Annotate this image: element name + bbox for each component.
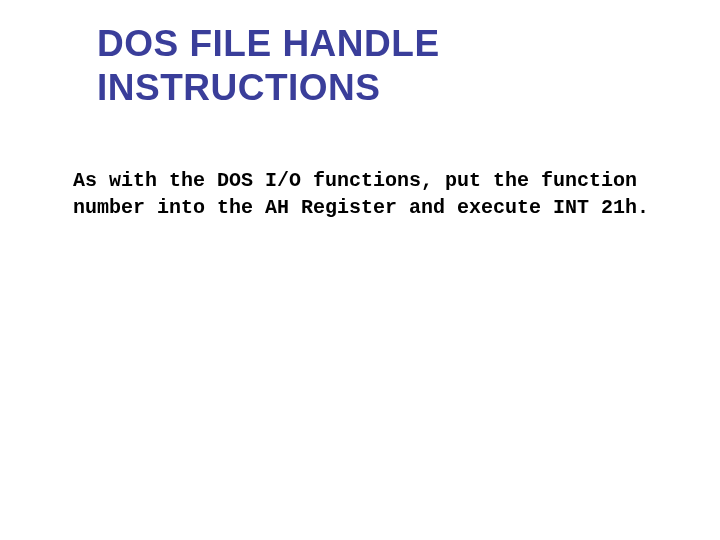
slide-title: DOS FILE HANDLE INSTRUCTIONS: [97, 22, 657, 111]
slide: DOS FILE HANDLE INSTRUCTIONS As with the…: [0, 0, 720, 540]
slide-body-text: As with the DOS I/O functions, put the f…: [73, 167, 663, 221]
